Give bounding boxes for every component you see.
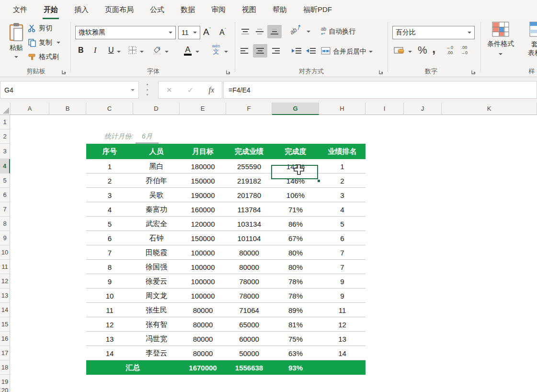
table-cell[interactable]: 4 bbox=[86, 202, 133, 217]
table-cell[interactable]: 李登云 bbox=[133, 346, 180, 360]
formula-input[interactable]: =F4/E4 bbox=[223, 81, 537, 99]
stats-month-label[interactable]: 统计月份: bbox=[85, 129, 133, 144]
table-header-cell[interactable]: 完成度 bbox=[272, 144, 319, 159]
font-color-button[interactable]: A bbox=[184, 45, 192, 56]
table-header-cell[interactable]: 序号 bbox=[86, 144, 133, 159]
table-cell[interactable]: 190000 bbox=[180, 188, 226, 202]
table-cell[interactable]: 10 bbox=[86, 288, 133, 303]
table-cell[interactable]: 80000 bbox=[180, 332, 226, 346]
font-name-combobox[interactable]: 微软雅黑 bbox=[75, 26, 176, 39]
table-cell[interactable]: 11 bbox=[319, 303, 366, 317]
table-cell[interactable]: 秦富功 bbox=[133, 202, 180, 217]
table-cell[interactable]: 71% bbox=[272, 202, 319, 217]
accounting-dropdown-icon[interactable] bbox=[408, 51, 412, 53]
cut-button[interactable]: 剪切 bbox=[28, 23, 70, 34]
table-cell[interactable]: 50000 bbox=[226, 346, 272, 360]
select-all-button[interactable] bbox=[0, 103, 11, 115]
paste-button[interactable]: 粘贴 bbox=[5, 22, 28, 66]
ribbon-tab-页面布局[interactable]: 页面布局 bbox=[97, 0, 142, 19]
paste-dropdown-icon[interactable] bbox=[14, 56, 18, 58]
table-cell[interactable]: 80000 bbox=[226, 260, 272, 274]
column-header-F[interactable]: F bbox=[226, 103, 272, 115]
table-cell[interactable]: 1 bbox=[319, 159, 366, 173]
decrease-font-button[interactable]: Aˇ bbox=[219, 28, 226, 37]
table-cell[interactable]: 武宏全 bbox=[133, 217, 180, 231]
column-header-H[interactable]: H bbox=[319, 103, 366, 115]
table-cell[interactable]: 3 bbox=[319, 188, 366, 202]
table-cell[interactable]: 2 bbox=[319, 173, 366, 188]
table-cell[interactable]: 113784 bbox=[226, 202, 272, 217]
copy-button[interactable]: 复制 bbox=[28, 37, 70, 48]
table-header-cell[interactable]: 月目标 bbox=[180, 144, 226, 159]
enter-icon[interactable]: ✓ bbox=[187, 86, 194, 94]
total-value-cell[interactable]: 93% bbox=[272, 360, 319, 375]
column-header-J[interactable]: J bbox=[404, 103, 442, 115]
table-cell[interactable]: 3 bbox=[86, 188, 133, 202]
cancel-icon[interactable]: ✕ bbox=[166, 86, 172, 94]
table-cell[interactable]: 黑白 bbox=[133, 159, 180, 173]
fill-color-button[interactable] bbox=[152, 46, 162, 57]
table-cell[interactable]: 103134 bbox=[226, 217, 272, 231]
orientation-button[interactable]: ab↗ bbox=[288, 23, 302, 36]
align-center-button[interactable] bbox=[253, 44, 267, 58]
table-cell[interactable]: 9 bbox=[319, 274, 366, 288]
table-cell[interactable]: 100000 bbox=[180, 288, 226, 303]
table-cell[interactable]: 63% bbox=[272, 346, 319, 360]
table-cell[interactable]: 12 bbox=[319, 317, 366, 332]
table-header-cell[interactable]: 业绩排名 bbox=[319, 144, 366, 159]
table-cell[interactable]: 86% bbox=[272, 217, 319, 231]
font-dialog-launcher-icon[interactable] bbox=[226, 68, 231, 74]
accounting-format-button[interactable] bbox=[394, 46, 405, 57]
table-cell[interactable]: 78000 bbox=[226, 288, 272, 303]
name-box-dropdown-icon[interactable] bbox=[131, 89, 135, 91]
table-cell[interactable]: 4 bbox=[319, 202, 366, 217]
copy-dropdown-icon[interactable] bbox=[57, 42, 60, 44]
table-cell[interactable]: 100000 bbox=[180, 260, 226, 274]
ribbon-tab-文件[interactable]: 文件 bbox=[5, 0, 35, 19]
ribbon-tab-帮助[interactable]: 帮助 bbox=[264, 0, 295, 19]
merge-center-dropdown-icon[interactable] bbox=[369, 51, 373, 53]
italic-button[interactable]: I bbox=[94, 46, 96, 55]
align-middle-button[interactable] bbox=[255, 28, 264, 37]
table-cell[interactable]: 80000 bbox=[226, 245, 272, 260]
ribbon-tab-福昕PDF[interactable]: 福昕PDF bbox=[295, 0, 340, 19]
table-cell[interactable]: 120000 bbox=[180, 217, 226, 231]
table-cell[interactable]: 150000 bbox=[180, 231, 226, 245]
number-format-combobox[interactable]: 百分比 bbox=[392, 26, 475, 39]
table-cell[interactable]: 81% bbox=[272, 317, 319, 332]
conditional-formatting-button[interactable]: 条件格式 bbox=[486, 22, 515, 57]
alignment-dialog-launcher-icon[interactable] bbox=[378, 68, 384, 74]
stats-month-value[interactable]: 6月 bbox=[136, 130, 159, 143]
format-as-table-button[interactable]: 套用 表格格 bbox=[521, 22, 537, 57]
table-cell[interactable]: 106% bbox=[272, 188, 319, 202]
table-cell[interactable]: 60000 bbox=[226, 332, 272, 346]
increase-indent-button[interactable] bbox=[306, 47, 316, 57]
table-cell[interactable]: 7 bbox=[319, 245, 366, 260]
column-header-I[interactable]: I bbox=[366, 103, 404, 115]
align-bottom-button[interactable] bbox=[267, 25, 282, 38]
ribbon-tab-插入[interactable]: 插入 bbox=[66, 0, 97, 19]
table-cell[interactable]: 石钟 bbox=[133, 231, 180, 245]
table-cell[interactable]: 7 bbox=[319, 260, 366, 274]
table-cell[interactable]: 67% bbox=[272, 231, 319, 245]
table-cell[interactable]: 徐国强 bbox=[133, 260, 180, 274]
table-cell[interactable]: 75% bbox=[272, 332, 319, 346]
table-cell[interactable]: 5 bbox=[86, 217, 133, 231]
table-cell[interactable]: 219182 bbox=[226, 173, 272, 188]
table-cell[interactable]: 71064 bbox=[226, 303, 272, 317]
table-cell[interactable]: 徐爱云 bbox=[133, 274, 180, 288]
table-header-cell[interactable]: 完成业绩 bbox=[226, 144, 272, 159]
table-cell[interactable]: 100000 bbox=[180, 245, 226, 260]
name-box[interactable]: G4 bbox=[0, 81, 139, 99]
table-cell[interactable]: 13 bbox=[319, 332, 366, 346]
phonetic-dropdown-icon[interactable] bbox=[224, 51, 228, 53]
table-cell[interactable]: 160000 bbox=[180, 202, 226, 217]
table-cell[interactable]: 255590 bbox=[226, 159, 272, 173]
table-cell[interactable]: 冯世宽 bbox=[133, 332, 180, 346]
decrease-indent-button[interactable] bbox=[291, 47, 302, 57]
ribbon-tab-视图[interactable]: 视图 bbox=[234, 0, 264, 19]
table-cell[interactable]: 6 bbox=[86, 231, 133, 245]
table-cell[interactable]: 14 bbox=[86, 346, 133, 360]
underline-button[interactable]: U bbox=[108, 46, 114, 55]
font-size-combobox[interactable]: 11 bbox=[178, 26, 200, 39]
